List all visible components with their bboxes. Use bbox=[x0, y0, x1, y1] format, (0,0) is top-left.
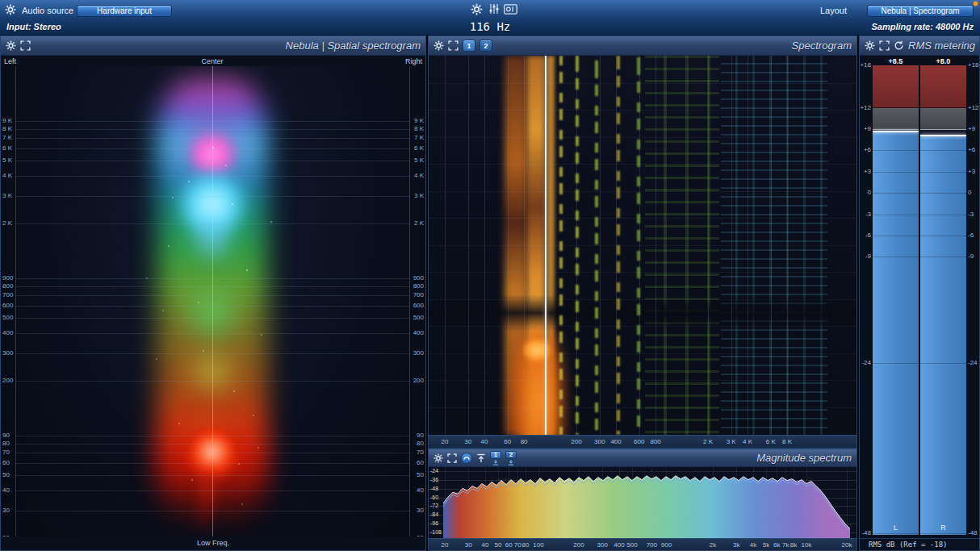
rms-scale-label-left: -48 bbox=[860, 530, 871, 536]
freq-grid-line bbox=[15, 318, 410, 319]
layout-label: Layout bbox=[820, 6, 847, 15]
rms-meter-tick-line bbox=[873, 215, 966, 215]
rms-scale-label-right: +12 bbox=[968, 105, 979, 111]
spectro-time-grid-line bbox=[429, 272, 856, 273]
channel-label-left: L bbox=[873, 524, 919, 532]
freq-tick-label-right: 900 bbox=[413, 275, 424, 282]
rms-meter-left bbox=[873, 65, 919, 535]
rms-meter-tick-line bbox=[873, 257, 966, 257]
channel-label-right: R bbox=[920, 524, 966, 532]
magnitude-db-tick-label: -48 bbox=[430, 486, 444, 492]
magnitude-db-tick-label: -36 bbox=[430, 477, 444, 483]
freq-tick-label-right: 60 bbox=[417, 460, 424, 466]
freq-grid-line bbox=[15, 295, 410, 296]
freq-tick-label-left: 90 bbox=[2, 432, 10, 439]
spectro-freq-grid-line bbox=[731, 56, 732, 435]
spectrogram-view-1-button[interactable]: 1 bbox=[463, 40, 475, 52]
low-freq-label: Low Freq. bbox=[1, 536, 425, 550]
rms-scale-label-right: +6 bbox=[968, 147, 979, 153]
magnitude-axis-tick-label: 10k bbox=[802, 541, 812, 549]
spectro-time-grid-line bbox=[429, 137, 856, 138]
rms-scale-label-right: +3 bbox=[968, 169, 979, 175]
freq-grid-line bbox=[15, 511, 410, 511]
magnitude-axis-tick-label: 700 bbox=[647, 541, 657, 549]
magnitude-axis-tick-label: 20 bbox=[442, 541, 449, 549]
freq-grid-line bbox=[15, 161, 410, 161]
io-display-icon[interactable] bbox=[504, 4, 517, 15]
freq-tick-label-right: 3 K bbox=[414, 193, 424, 199]
magnitude-axis-tick-label: 80 bbox=[521, 541, 529, 549]
spatial-spectrogram-display[interactable]: 9 K9 K8 K8 K7 K7 K6 K6 K5 K5 K4 K4 K3 K3… bbox=[1, 66, 425, 536]
freq-tick-label-right: 600 bbox=[413, 303, 424, 309]
freq-tick-label-right: 7 K bbox=[414, 135, 424, 141]
sliders-icon[interactable] bbox=[488, 3, 500, 15]
meter-red-zone bbox=[873, 65, 919, 108]
magnitude-gear-icon[interactable] bbox=[433, 453, 443, 463]
magnitude-db-tick-label: -84 bbox=[430, 511, 444, 518]
spectro-axis-tick-label: 20 bbox=[442, 438, 449, 445]
magnitude-view-2-indicator-icon[interactable] bbox=[507, 460, 515, 465]
freq-grid-line bbox=[15, 381, 410, 382]
freq-tick-label-left: 5 K bbox=[2, 157, 12, 164]
settings-gear-icon[interactable] bbox=[5, 4, 16, 15]
rms-scale-label-right: +9 bbox=[968, 126, 979, 132]
label-center: Center bbox=[1, 57, 424, 65]
meter-gray-zone bbox=[920, 108, 966, 129]
spectro-time-grid-line bbox=[429, 353, 856, 354]
freq-grid-line bbox=[15, 490, 410, 491]
freq-tick-label-right: 700 bbox=[413, 292, 424, 298]
freq-grid-line bbox=[15, 436, 410, 436]
spectro-freq-grid-line bbox=[655, 56, 656, 435]
rms-reset-icon[interactable] bbox=[894, 40, 904, 51]
rms-meters-area: L R +18+18+12+12+9+9+6+6+3+300-3-3-6-6-9… bbox=[860, 65, 979, 535]
rms-fullscreen-icon[interactable] bbox=[879, 40, 890, 51]
spectrogram-view-2-button[interactable]: 2 bbox=[480, 40, 492, 52]
magnitude-fullscreen-icon[interactable] bbox=[447, 453, 457, 463]
magnitude-spectrum-display[interactable]: -24-36-48-60-72-84-96-108 bbox=[429, 467, 856, 538]
magnitude-view-1-indicator-icon[interactable] bbox=[492, 460, 500, 465]
rms-meter-tick-line bbox=[873, 533, 966, 534]
spectro-axis-tick-label: 80 bbox=[521, 438, 528, 445]
rms-value-right: +8.0 bbox=[920, 57, 966, 65]
freq-tick-label-right: 30 bbox=[417, 507, 424, 514]
freq-tick-label-right: 70 bbox=[417, 449, 424, 456]
magnitude-db-tick-label: -24 bbox=[430, 468, 444, 474]
magnitude-spectrum-panel: 1 2 Magnitude spectrum bbox=[428, 449, 857, 551]
freq-tick-label-right: 6 K bbox=[414, 145, 424, 152]
spectro-freq-grid-line bbox=[787, 56, 788, 435]
layout-preset-button[interactable]: Nebula | Spectrogram bbox=[867, 5, 974, 17]
center-gear-icon[interactable] bbox=[471, 3, 483, 15]
magnitude-view-1-button[interactable]: 1 bbox=[490, 451, 501, 459]
freq-grid-line bbox=[15, 444, 410, 445]
spatial-gear-icon[interactable] bbox=[6, 40, 16, 51]
magnitude-db-tick-label: -72 bbox=[430, 503, 444, 509]
magnitude-axis-tick-label: 300 bbox=[597, 541, 608, 549]
magnitude-axis-tick-label: 7k bbox=[782, 541, 789, 549]
freq-tick-label-left: 700 bbox=[2, 292, 13, 298]
freq-grid-line bbox=[15, 176, 410, 177]
magnitude-view-2-stack: 2 bbox=[505, 451, 517, 465]
hardware-input-button[interactable]: Hardware input bbox=[77, 5, 172, 17]
peak-hold-icon[interactable] bbox=[476, 453, 486, 463]
spectrogram-fullscreen-icon[interactable] bbox=[448, 40, 459, 51]
freq-grid-line bbox=[15, 475, 410, 476]
rms-scale-label-left: +6 bbox=[860, 147, 871, 153]
rms-gear-icon[interactable] bbox=[865, 40, 875, 51]
freq-tick-label-right: 90 bbox=[417, 432, 424, 439]
magnitude-axis-tick-label: 5k bbox=[763, 541, 769, 549]
rms-meter-tick-line bbox=[873, 363, 966, 364]
magnitude-curve-mode-button[interactable] bbox=[461, 453, 472, 464]
magnitude-axis-tick-label: 20k bbox=[842, 541, 852, 549]
spectro-trace-line bbox=[617, 56, 620, 435]
spatial-fullscreen-icon[interactable] bbox=[20, 40, 31, 51]
spectro-trace-line bbox=[576, 56, 579, 435]
magnitude-db-tick-label: -96 bbox=[430, 520, 444, 527]
freq-tick-label-right: 400 bbox=[413, 330, 424, 336]
spectrogram-gear-icon[interactable] bbox=[433, 40, 444, 51]
magnitude-view-2-button[interactable]: 2 bbox=[505, 451, 517, 459]
audio-source-label: Audio source bbox=[22, 6, 73, 15]
spectro-freq-grid-line bbox=[468, 56, 469, 435]
meter-gray-zone bbox=[873, 108, 919, 129]
spectro-time-grid-line bbox=[429, 164, 856, 165]
spectrogram-display[interactable] bbox=[429, 56, 856, 435]
